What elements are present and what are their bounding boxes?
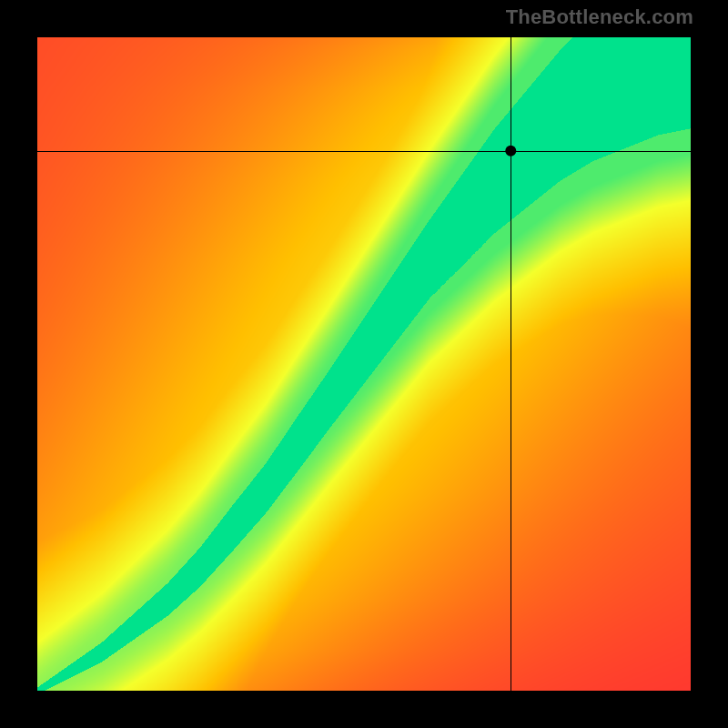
chart-frame: TheBottleneck.com — [0, 0, 728, 728]
heatmap-canvas — [36, 36, 692, 692]
heatmap-plot — [36, 36, 692, 692]
watermark-text: TheBottleneck.com — [506, 5, 693, 29]
